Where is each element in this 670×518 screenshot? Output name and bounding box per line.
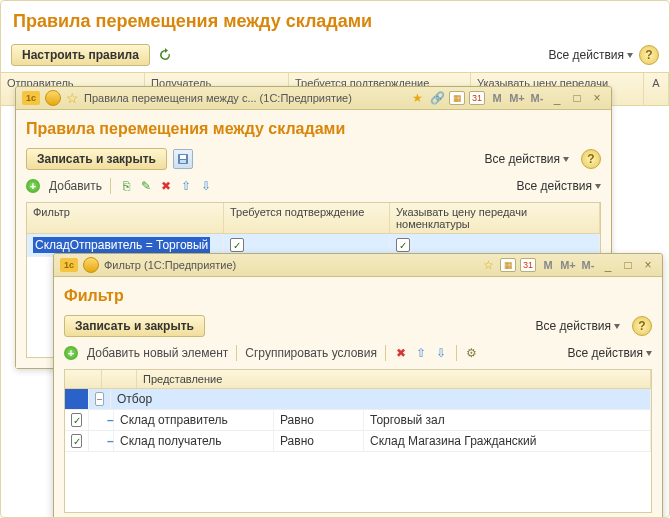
memory-m-icon[interactable]: M	[540, 257, 556, 273]
delete-icon[interactable]: ✖	[394, 346, 408, 360]
memory-mplus-icon[interactable]: M+	[509, 90, 525, 106]
star-action-icon[interactable]: ☆	[480, 257, 496, 273]
rules-row-filter-text[interactable]: СкладОтправитель = Торговый	[33, 237, 210, 253]
add-element-button[interactable]: Добавить новый элемент	[87, 346, 228, 360]
group-conditions-button[interactable]: Сгруппировать условия	[245, 346, 377, 360]
minimize-icon[interactable]: _	[549, 90, 565, 106]
rules-col-confirm[interactable]: Требуется подтверждение	[224, 203, 390, 233]
filter-window-title: Фильтр (1С:Предприятие)	[104, 259, 236, 271]
svg-rect-2	[180, 160, 186, 163]
filter-heading: Фильтр	[64, 283, 652, 313]
filter-window: 1c Фильтр (1С:Предприятие) ☆ ▦ 31 M M+ M…	[53, 253, 663, 518]
configure-rules-button[interactable]: Настроить правила	[11, 44, 150, 66]
chevron-down-icon	[614, 324, 620, 329]
edit-icon[interactable]: ✎	[139, 179, 153, 193]
memory-mminus-icon[interactable]: M-	[529, 90, 545, 106]
filter-all-actions-dropdown-2[interactable]: Все действия	[568, 346, 652, 360]
help-icon[interactable]: ?	[632, 316, 652, 336]
move-up-icon[interactable]: ⇧	[414, 346, 428, 360]
rules-all-actions-label: Все действия	[485, 152, 560, 166]
filter-tree-row[interactable]: ✓ – Склад получатель Равно Склад Магазин…	[65, 431, 651, 452]
col-add[interactable]: A	[644, 73, 669, 105]
calc-icon[interactable]: ▦	[449, 91, 465, 105]
separator	[236, 345, 237, 361]
settings-icon[interactable]: ⚙	[465, 346, 479, 360]
filter-tree-root[interactable]: – Отбор	[65, 389, 651, 410]
add-plus-icon[interactable]: +	[64, 346, 78, 360]
rules-titlebar[interactable]: 1c ☆ Правила перемещения между с... (1С:…	[16, 87, 611, 110]
rules-grid-header: Фильтр Требуется подтверждение Указывать…	[27, 203, 600, 234]
calendar-icon[interactable]: 31	[469, 91, 485, 105]
calc-icon[interactable]: ▦	[500, 258, 516, 272]
save-close-button[interactable]: Записать и закрыть	[26, 148, 167, 170]
rules-col-price[interactable]: Указывать цену передачи номенклатуры	[390, 203, 600, 233]
svg-rect-1	[180, 155, 186, 159]
filter-col-representation[interactable]: Представление	[137, 370, 651, 388]
confirm-checkbox[interactable]: ✓	[230, 238, 244, 252]
filter-save-close-button[interactable]: Записать и закрыть	[64, 315, 205, 337]
window-menu-icon[interactable]	[83, 257, 99, 273]
collapse-icon[interactable]: –	[95, 392, 104, 406]
memory-m-icon[interactable]: M	[489, 90, 505, 106]
filter-titlebar[interactable]: 1c Фильтр (1С:Предприятие) ☆ ▦ 31 M M+ M…	[54, 254, 662, 277]
app-badge-icon: 1c	[60, 258, 78, 272]
leaf-icon: –	[107, 434, 114, 448]
delete-icon[interactable]: ✖	[159, 179, 173, 193]
move-down-icon[interactable]: ⇩	[199, 179, 213, 193]
memory-mplus-icon[interactable]: M+	[560, 257, 576, 273]
chevron-down-icon	[627, 53, 633, 58]
filter-grid-empty	[65, 452, 651, 512]
filter-all-actions-label-2: Все действия	[568, 346, 643, 360]
rules-heading: Правила перемещения между складами	[26, 116, 601, 146]
move-down-icon[interactable]: ⇩	[434, 346, 448, 360]
all-actions-dropdown[interactable]: Все действия	[549, 48, 633, 62]
chevron-down-icon	[646, 351, 652, 356]
chevron-down-icon	[563, 157, 569, 162]
filter-field: Склад отправитель	[114, 410, 274, 430]
close-icon[interactable]: ×	[640, 257, 656, 273]
filter-grid: Представление – Отбор ✓ – Склад отправит…	[64, 369, 652, 513]
link-icon[interactable]: 🔗	[429, 90, 445, 106]
filter-op: Равно	[274, 410, 364, 430]
filter-op: Равно	[274, 431, 364, 451]
maximize-icon[interactable]: □	[569, 90, 585, 106]
filter-tree-row[interactable]: ✓ – Склад отправитель Равно Торговый зал	[65, 410, 651, 431]
row-checkbox[interactable]: ✓	[71, 413, 82, 427]
memory-mminus-icon[interactable]: M-	[580, 257, 596, 273]
star-action-icon[interactable]: ★	[409, 90, 425, 106]
separator	[385, 345, 386, 361]
move-up-icon[interactable]: ⇧	[179, 179, 193, 193]
add-button[interactable]: Добавить	[49, 179, 102, 193]
add-plus-icon[interactable]: +	[26, 179, 40, 193]
rules-all-actions-dropdown[interactable]: Все действия	[485, 152, 569, 166]
all-actions-label: Все действия	[549, 48, 624, 62]
refresh-icon[interactable]	[158, 48, 172, 62]
minimize-icon[interactable]: _	[600, 257, 616, 273]
filter-all-actions-dropdown[interactable]: Все действия	[536, 319, 620, 333]
close-icon[interactable]: ×	[589, 90, 605, 106]
filter-value: Склад Магазина Гражданский	[364, 431, 651, 451]
leaf-icon: –	[107, 413, 114, 427]
rules-window-title: Правила перемещения между с... (1С:Предп…	[84, 92, 352, 104]
filter-all-actions-label: Все действия	[536, 319, 611, 333]
maximize-icon[interactable]: □	[620, 257, 636, 273]
filter-grid-header: Представление	[65, 370, 651, 389]
copy-icon[interactable]: ⎘	[119, 179, 133, 193]
save-icon[interactable]	[173, 149, 193, 169]
separator	[456, 345, 457, 361]
filter-value: Торговый зал	[364, 410, 651, 430]
rules-all-actions-dropdown-2[interactable]: Все действия	[517, 179, 601, 193]
chevron-down-icon	[595, 184, 601, 189]
favorite-icon[interactable]: ☆	[66, 90, 79, 106]
rules-col-filter[interactable]: Фильтр	[27, 203, 224, 233]
help-icon[interactable]: ?	[639, 45, 659, 65]
price-checkbox[interactable]: ✓	[396, 238, 410, 252]
calendar-icon[interactable]: 31	[520, 258, 536, 272]
app-badge-icon: 1c	[22, 91, 40, 105]
filter-field: Склад получатель	[114, 431, 274, 451]
help-icon[interactable]: ?	[581, 149, 601, 169]
row-checkbox[interactable]: ✓	[71, 434, 82, 448]
main-toolbar: Настроить правила Все действия ?	[1, 40, 669, 72]
separator	[110, 178, 111, 194]
window-menu-icon[interactable]	[45, 90, 61, 106]
